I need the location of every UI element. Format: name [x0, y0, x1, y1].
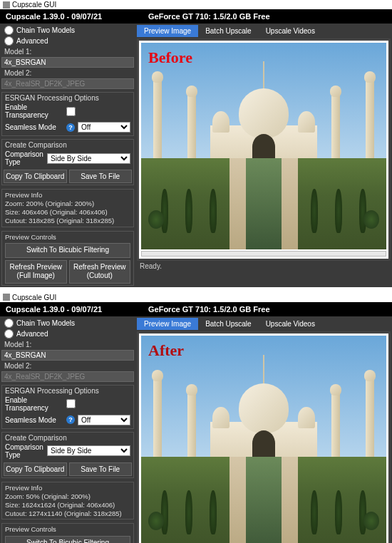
window-title: Cupscale GUI	[12, 1, 56, 9]
model1-label: Model 1:	[1, 339, 134, 350]
tab-preview-image[interactable]: Preview Image	[137, 25, 198, 37]
preview-info-size: Size: 406x406 (Original: 406x406)	[5, 208, 130, 217]
preview-info-cutout: Cutout: 1274x1140 (Original: 318x285)	[5, 510, 130, 518]
enable-transparency-checkbox[interactable]	[66, 399, 76, 408]
preview-info-cutout: Cutout: 318x285 (Original: 318x285)	[5, 217, 130, 225]
tab-batch-upscale[interactable]: Batch Upscale	[198, 25, 258, 37]
preview-info-title: Preview Info	[5, 191, 130, 200]
refresh-preview-cutout-button[interactable]: Refresh Preview (Cutout)	[69, 260, 131, 284]
model1-input[interactable]	[1, 57, 134, 68]
app-icon	[3, 294, 10, 301]
help-icon[interactable]: ?	[66, 415, 75, 424]
switch-bicubic-button[interactable]: Switch To Bicubic Filtering	[5, 536, 130, 543]
radio-chain-two-models[interactable]	[4, 26, 14, 35]
gpu-status: GeForce GT 710: 1.5/2.0 GB Free	[148, 12, 386, 21]
preview-info-zoom: Zoom: 50% (Original: 200%)	[5, 492, 130, 501]
tab-upscale-videos[interactable]: Upscale Videos	[259, 318, 322, 330]
gpu-status: GeForce GT 710: 1.5/2.0 GB Free	[148, 305, 386, 314]
preview-controls-title: Preview Controls	[5, 233, 130, 242]
enable-transparency-label: Enable Transparency	[5, 396, 63, 412]
tab-batch-upscale[interactable]: Batch Upscale	[198, 318, 258, 330]
comparison-type-label: Comparison Type	[5, 443, 44, 459]
radio-advanced[interactable]	[4, 329, 14, 338]
esrgan-section-title: ESRGAN Processing Options	[4, 94, 132, 102]
tab-preview-image[interactable]: Preview Image	[137, 318, 198, 330]
app-version: Cupscale 1.39.0 - 09/07/21	[6, 12, 148, 21]
app-version: Cupscale 1.39.0 - 09/07/21	[6, 305, 148, 314]
window-titlebar: Cupscale GUI	[0, 293, 392, 302]
app-icon	[3, 1, 10, 9]
comparison-type-select[interactable]: Side By Side	[47, 445, 130, 456]
comparison-type-select[interactable]: Side By Side	[47, 153, 130, 164]
radio-advanced-label: Advanced	[16, 37, 48, 45]
overlay-label-before: Before	[148, 48, 192, 67]
preview-panel: Preview Image Batch Upscale Upscale Vide…	[135, 316, 392, 543]
seamless-mode-label: Seamless Mode	[5, 416, 63, 424]
radio-chain-label: Chain Two Models	[16, 26, 75, 34]
compare-section-title: Create Comparison	[4, 434, 132, 442]
preview-image[interactable]: Before	[141, 43, 386, 249]
sidebar: Chain Two Models Advanced Model 1: Model…	[0, 24, 135, 287]
seamless-mode-select[interactable]: Off	[78, 122, 130, 133]
radio-advanced[interactable]	[4, 36, 14, 46]
preview-info-title: Preview Info	[5, 484, 130, 492]
model1-label: Model 1:	[1, 46, 134, 57]
preview-info-size: Size: 1624x1624 (Original: 406x406)	[5, 501, 130, 510]
seamless-mode-select[interactable]: Off	[78, 415, 130, 425]
preview-info-zoom: Zoom: 200% (Original: 200%)	[5, 200, 130, 208]
status-text: Ready.	[137, 261, 391, 272]
compare-section-title: Create Comparison	[4, 141, 132, 149]
model2-label: Model 2:	[1, 361, 134, 371]
refresh-preview-full-button[interactable]: Refresh Preview (Full Image)	[5, 260, 67, 284]
radio-advanced-label: Advanced	[16, 330, 48, 338]
window-title: Cupscale GUI	[12, 294, 56, 301]
switch-bicubic-button[interactable]: Switch To Bicubic Filtering	[5, 243, 130, 258]
enable-transparency-checkbox[interactable]	[66, 107, 76, 116]
window-titlebar: Cupscale GUI	[0, 0, 392, 9]
horizontal-scrollbar[interactable]	[141, 251, 386, 257]
save-to-file-button[interactable]: Save To File	[69, 462, 133, 476]
sidebar: Chain Two Models Advanced Model 1: Model…	[0, 316, 135, 543]
radio-chain-two-models[interactable]	[4, 319, 14, 328]
preview-image[interactable]: After	[141, 336, 386, 543]
model2-input[interactable]	[1, 371, 134, 382]
radio-chain-label: Chain Two Models	[16, 319, 75, 327]
tab-upscale-videos[interactable]: Upscale Videos	[259, 25, 322, 37]
save-to-file-button[interactable]: Save To File	[69, 170, 133, 183]
esrgan-section-title: ESRGAN Processing Options	[4, 387, 132, 395]
help-icon[interactable]: ?	[66, 123, 75, 132]
copy-to-clipboard-button[interactable]: Copy To Clipboard	[4, 462, 67, 476]
seamless-mode-label: Seamless Mode	[5, 123, 63, 131]
preview-panel: Preview Image Batch Upscale Upscale Vide…	[135, 24, 392, 287]
model2-label: Model 2:	[1, 68, 134, 78]
status-banner: Cupscale 1.39.0 - 09/07/21 GeForce GT 71…	[0, 9, 392, 24]
model2-input[interactable]	[1, 78, 134, 89]
overlay-label-after: After	[148, 341, 184, 360]
enable-transparency-label: Enable Transparency	[5, 103, 63, 119]
status-banner: Cupscale 1.39.0 - 09/07/21 GeForce GT 71…	[0, 302, 392, 316]
comparison-type-label: Comparison Type	[5, 150, 44, 166]
preview-controls-title: Preview Controls	[5, 525, 130, 534]
copy-to-clipboard-button[interactable]: Copy To Clipboard	[4, 170, 67, 183]
model1-input[interactable]	[1, 350, 134, 361]
